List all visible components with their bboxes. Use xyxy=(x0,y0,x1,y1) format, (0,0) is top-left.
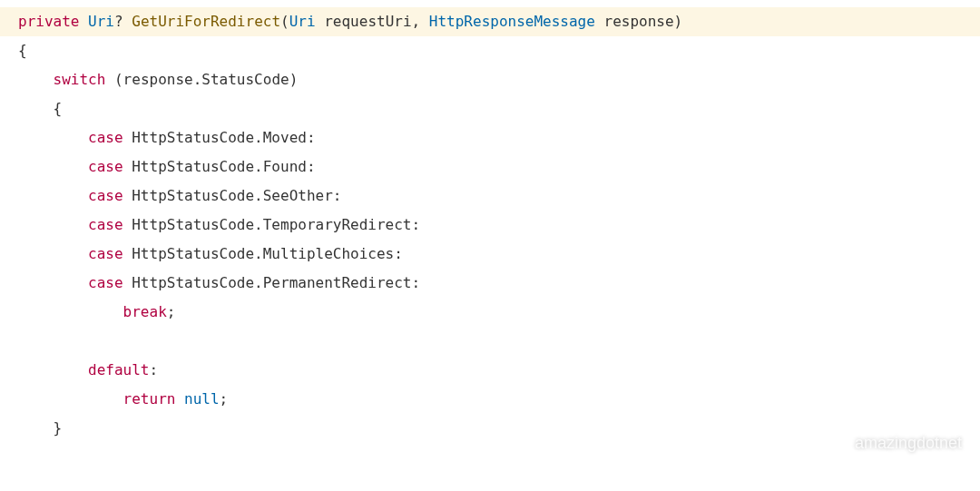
keyword-return: return xyxy=(123,390,176,408)
keyword-switch: switch xyxy=(54,71,106,88)
code-line: } xyxy=(18,414,962,443)
watermark: amazingdotnet xyxy=(829,427,962,459)
code-line-case: case HttpStatusCode.TemporaryRedirect: xyxy=(18,211,962,240)
code-block: private Uri? GetUriForRedirect(Uri reque… xyxy=(0,0,980,450)
code-line: { xyxy=(18,94,962,123)
code-line-switch: switch (response.StatusCode) xyxy=(18,65,962,94)
param-requesturi: requestUri xyxy=(324,13,411,30)
param-type-response: HttpResponseMessage xyxy=(429,13,595,30)
code-line-case: case HttpStatusCode.PermanentRedirect: xyxy=(18,269,962,298)
keyword-private: private xyxy=(18,13,79,30)
type-uri: Uri xyxy=(88,13,114,30)
code-line-blank xyxy=(18,327,962,356)
watermark-text: amazingdotnet xyxy=(855,427,962,459)
param-type-uri: Uri xyxy=(289,13,316,30)
nullable-q: ? xyxy=(114,13,123,30)
code-line-case: case HttpStatusCode.MultipleChoices: xyxy=(18,240,962,269)
code-line-break: break; xyxy=(18,298,962,327)
code-line: { xyxy=(18,36,962,65)
code-line-case: case HttpStatusCode.SeeOther: xyxy=(18,182,962,211)
code-line-default: default: xyxy=(18,356,962,385)
param-response: response xyxy=(604,13,674,30)
code-line-signature: private Uri? GetUriForRedirect(Uri reque… xyxy=(0,7,980,36)
code-line-return: return null; xyxy=(18,385,962,414)
code-line-case: case HttpStatusCode.Moved: xyxy=(18,123,962,152)
method-name: GetUriForRedirect xyxy=(132,13,280,30)
keyword-default: default xyxy=(88,361,149,378)
wechat-icon xyxy=(829,433,849,453)
code-line-case: case HttpStatusCode.Found: xyxy=(18,152,962,182)
keyword-null: null xyxy=(184,390,220,408)
keyword-break: break xyxy=(123,303,167,320)
